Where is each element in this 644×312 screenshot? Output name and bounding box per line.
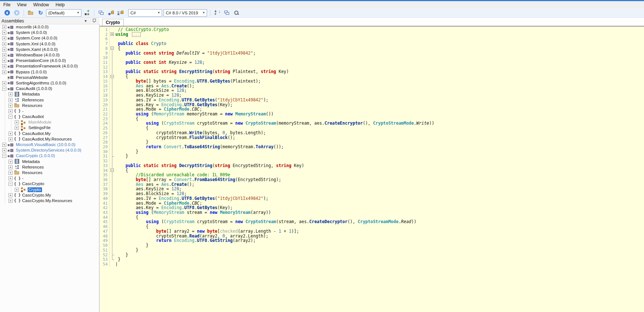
code-line[interactable]: 54 [100,262,644,267]
code-line[interactable]: 2using ... [100,32,644,37]
tree-item[interactable]: ⚠PersonalWebsite [0,75,99,80]
code-line[interactable]: 22 using (MemoryStream memoryStream = ne… [100,112,644,117]
tree-expander[interactable]: + [2,36,6,40]
tree-item[interactable]: +CascAudiot.My.Resources [0,136,99,142]
tree-item[interactable]: +MainModule [0,119,99,125]
code-line[interactable]: 9 public const string DefaultIV = "1tdyj… [100,51,644,56]
add-assembly-button[interactable] [83,9,91,17]
code-line[interactable]: 53 } [100,257,644,262]
tree-item[interactable]: +System.Xaml (4.0.0.0) [0,47,99,52]
fold-collapse-icon[interactable] [110,46,115,51]
tree-item[interactable]: +Microsoft.VisualBasic (10.0.0.0) [0,142,99,148]
sort-button[interactable]: AZ↓ [213,9,221,17]
tree-item[interactable]: +mscorlib (4.0.0.0) [0,24,99,30]
tree-item[interactable]: +References [0,97,99,103]
tree-expander[interactable]: + [8,104,13,108]
tree-item[interactable]: −CascCrypto [0,181,99,187]
tree-expander[interactable]: + [15,188,19,192]
tree-expander[interactable]: + [2,42,6,46]
back-button[interactable] [3,9,11,17]
tree-expander[interactable]: + [2,31,6,35]
code-line[interactable]: 49 return Encoding.UTF8.GetString(array2… [100,238,644,243]
tree-expander[interactable]: + [15,120,19,124]
member-lock-button[interactable] [116,9,125,17]
tree-item[interactable]: +CascAudiot.My [0,131,99,136]
tree-expander[interactable]: + [8,98,13,102]
tree-expander[interactable]: + [2,148,6,152]
code-line[interactable]: 1 // CascCrypto.Crypto [100,27,644,32]
tree-item[interactable]: +PresentationFramework (4.0.0.0) [0,63,99,69]
menu-view[interactable]: View [14,1,30,8]
tree-item[interactable]: +Bypass (1.0.0.0) [0,69,99,75]
menu-file[interactable]: File [0,1,14,8]
tree-expander[interactable]: + [15,126,19,130]
code-line[interactable]: 11 public const int Keysize = 128; [100,60,644,65]
code-line[interactable]: 13 public static string EncryptString(st… [100,69,644,74]
duplicate-window-button[interactable] [97,9,105,17]
assembly-list-dropdown[interactable]: (Default) ▼ [46,9,81,17]
assemblies-tree[interactable]: +mscorlib (4.0.0.0)+System (4.0.0.0)+Sys… [0,24,99,312]
tree-expander[interactable]: + [8,193,13,197]
tree-expander[interactable]: − [2,87,6,91]
tree-item[interactable]: +System (4.0.0.0) [0,30,99,35]
tree-item[interactable]: +CascCrypto.My.Resources [0,198,99,204]
code-line[interactable]: 31 } [100,154,644,159]
tree-expander[interactable]: − [8,182,13,186]
tree-expander[interactable]: + [2,70,6,74]
tree-expander[interactable]: + [8,137,13,141]
tree-item[interactable]: +Resources [0,170,99,176]
tree-item[interactable]: −CascAudit (1.0.0.0) [0,86,99,91]
tree-expander[interactable]: + [8,92,13,96]
code-line[interactable]: 30 } [100,149,644,154]
tree-item[interactable]: +PresentationCore (4.0.0.0) [0,58,99,63]
code-line[interactable]: 7 public class Crypto [100,41,644,46]
tab-crypto[interactable]: Crypto [102,19,124,26]
collapsed-usings-box[interactable]: ... [132,32,141,37]
tree-expander[interactable]: + [8,160,13,164]
forward-button[interactable] [13,9,21,17]
tree-expander[interactable]: + [2,53,6,57]
code-editor[interactable]: 1 // CascCrypto.Crypto2using ...67 publi… [100,27,644,312]
visibility-lock-button[interactable] [107,9,115,17]
code-line[interactable]: 45 using (CryptoStream cryptoStream = ne… [100,219,644,224]
tree-item[interactable]: +- [0,176,99,181]
open-file-button[interactable] [27,9,35,17]
menu-help[interactable]: Help [52,1,68,8]
tree-expander[interactable]: + [2,64,6,68]
code-line[interactable]: 29 return Convert.ToBase64String(memoryS… [100,145,644,149]
code-line[interactable]: 33 public static string DecryptString(st… [100,163,644,168]
copy-tab-button[interactable] [223,9,231,17]
tree-expander[interactable]: + [2,81,6,85]
code-line[interactable]: 51 } [100,248,644,253]
language-dropdown[interactable]: C# ▼ [128,9,162,17]
tree-expander[interactable]: + [8,171,13,175]
menu-window[interactable]: Window [30,1,52,8]
tree-item[interactable]: +Crypto [0,187,99,192]
tree-item[interactable]: +System.DirectoryServices (4.0.0.0) [0,148,99,153]
tree-item[interactable]: +Metadata [0,91,99,97]
code-line[interactable]: 6 [100,37,644,41]
tree-item[interactable]: +Resources [0,103,99,108]
search-button[interactable] [232,9,241,17]
tree-expander[interactable]: − [8,115,13,119]
code-line[interactable]: 43 using (MemoryStream stream = new Memo… [100,210,644,215]
code-line[interactable]: 52 } [100,253,644,257]
tree-expander[interactable]: + [8,199,13,203]
tree-expander[interactable]: + [2,59,6,63]
tree-item[interactable]: +System.Xml (4.0.0.0) [0,41,99,47]
tree-expander[interactable]: + [2,143,6,147]
tree-item[interactable]: +- [0,108,99,114]
tree-item[interactable]: +Metadata [0,159,99,164]
tree-expander[interactable]: + [8,176,13,180]
tree-item[interactable]: +SettingsFile [0,125,99,131]
compiler-version-dropdown[interactable]: C# 8.0 / VS 2019 ▼ [164,9,207,17]
pin-icon[interactable] [92,18,96,23]
fold-collapse-icon[interactable] [110,74,115,79]
tree-expander[interactable]: + [8,132,13,136]
fold-expand-icon[interactable] [110,32,115,37]
reload-button[interactable]: ↻ [36,9,45,17]
tree-expander[interactable]: + [8,109,13,113]
code-line[interactable]: 50 } [100,243,644,248]
tree-item[interactable]: +WindowsBase (4.0.0.0) [0,52,99,58]
code-line[interactable]: 27 cryptoStream.FlushFinalBlock(); [100,135,644,140]
